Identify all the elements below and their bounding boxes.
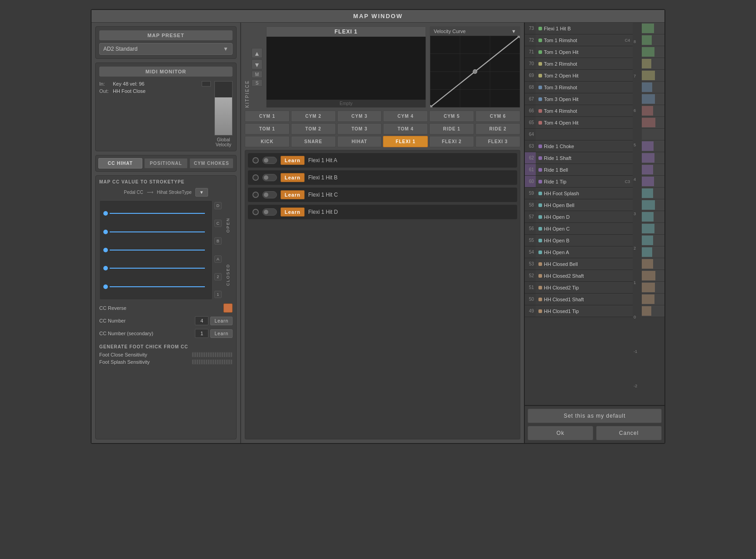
drum-btn-flexi1[interactable]: FLEXI 1: [383, 136, 428, 147]
note-row[interactable]: 53HH Closed Bell: [525, 258, 633, 270]
flexi-toggle-d[interactable]: [262, 208, 277, 216]
note-row[interactable]: 60Ride 1 TipC3: [525, 176, 633, 188]
note-name: HH Foot Splash: [536, 188, 633, 199]
vel-bar-fill: [642, 35, 652, 45]
ok-btn[interactable]: Ok: [528, 426, 593, 440]
note-row[interactable]: 61Ride 1 Bell: [525, 164, 633, 176]
cancel-btn[interactable]: Cancel: [596, 426, 662, 440]
drum-btn-cym2[interactable]: CYM 2: [291, 111, 336, 122]
drum-btn-hihat[interactable]: HIHAT: [337, 136, 382, 147]
velocity-curve-dropdown[interactable]: ▼: [511, 29, 516, 34]
slider-dot-c: [103, 230, 108, 234]
note-color-marker: [538, 239, 542, 242]
vel-bar: [642, 46, 664, 58]
foot-splash-bar[interactable]: [192, 359, 233, 365]
note-row[interactable]: 64: [525, 129, 633, 140]
drum-btn-tom4[interactable]: TOM 4: [383, 123, 428, 135]
note-number: 72: [525, 38, 536, 43]
cc-reverse-checkbox[interactable]: [223, 304, 233, 313]
flexi-learn-btn-d[interactable]: Learn: [281, 207, 305, 217]
oct-5: 5: [634, 143, 641, 147]
drum-btn-flexi3[interactable]: FLEXI 3: [475, 136, 520, 147]
note-row[interactable]: 51HH Closed2 Tip: [525, 282, 633, 294]
note-color-marker: [538, 180, 542, 183]
note-row[interactable]: 55HH Open B: [525, 235, 633, 246]
note-list[interactable]: 73Flexi 1 Hit B72Tom 1 RimshotC471Tom 1 …: [525, 23, 633, 405]
note-row[interactable]: 59HH Foot Splash: [525, 188, 633, 199]
drum-btn-kick[interactable]: KICK: [245, 136, 290, 147]
cc-secondary-learn-btn[interactable]: Learn: [210, 329, 233, 338]
closed-label: CLOSED: [226, 264, 230, 286]
cc-reverse-label: CC Reverse: [99, 305, 126, 311]
flexi-learn-btn-c[interactable]: Learn: [281, 190, 305, 199]
note-row[interactable]: 73Flexi 1 Hit B: [525, 23, 633, 34]
note-row[interactable]: 52HH Closed2 Shaft: [525, 270, 633, 282]
flexi-learn-btn-a[interactable]: Learn: [281, 156, 305, 165]
note-row[interactable]: 70Tom 2 Rimshot: [525, 58, 633, 70]
set-default-btn[interactable]: Set this as my default: [528, 409, 662, 423]
note-row[interactable]: 57HH Open D: [525, 211, 633, 223]
cc-dropdown[interactable]: ▼: [195, 188, 208, 197]
note-color-marker: [538, 227, 542, 231]
cc-number-secondary-row: CC Number (secondary) 1 Learn: [99, 329, 233, 338]
drum-btn-cym4[interactable]: CYM 4: [383, 111, 428, 122]
kitpiece-s-btn[interactable]: S: [252, 79, 262, 87]
drum-btn-flexi2[interactable]: FLEXI 2: [429, 136, 474, 147]
note-name: HH Open Bell: [536, 199, 633, 211]
drum-btn-cym3[interactable]: CYM 3: [337, 111, 382, 122]
drum-btn-cym5[interactable]: CYM 5: [429, 111, 474, 122]
tab-positional[interactable]: POSITIONAL: [144, 158, 188, 169]
flexi-toggle-b[interactable]: [262, 174, 277, 181]
kitpiece-m-btn[interactable]: M: [252, 71, 262, 78]
drum-btn-tom3[interactable]: TOM 3: [337, 123, 382, 135]
drum-btn-cym6[interactable]: CYM 6: [475, 111, 520, 122]
note-name: HH Closed2 Tip: [536, 282, 633, 293]
kitpiece-down-btn[interactable]: ▼: [252, 59, 262, 69]
drum-btn-ride2[interactable]: RIDE 2: [475, 123, 520, 135]
note-row[interactable]: 68Tom 3 Rimshot: [525, 82, 633, 93]
note-row[interactable]: 49HH Closed1 Tip: [525, 305, 633, 317]
drum-btn-cym1[interactable]: CYM 1: [245, 111, 290, 122]
note-row[interactable]: 71Tom 1 Open Hit: [525, 46, 633, 58]
drum-btn-ride1[interactable]: RIDE 1: [429, 123, 474, 135]
note-name: HH Open D: [536, 211, 633, 222]
note-row[interactable]: 58HH Open Bell: [525, 199, 633, 211]
flexi-radio-d[interactable]: [252, 209, 259, 215]
cc-number-secondary-value[interactable]: 1: [195, 329, 208, 338]
drum-btn-tom2[interactable]: TOM 2: [291, 123, 336, 135]
drum-btn-snare[interactable]: SNARE: [291, 136, 336, 147]
tab-cc-hihat[interactable]: CC HIHAT: [98, 158, 142, 169]
generate-section: GENERATE FOOT CHICK FROM CC Foot Close S…: [99, 344, 233, 365]
vel-bar: [642, 176, 664, 188]
foot-close-bar[interactable]: [192, 352, 233, 357]
note-name: HH Closed1 Shaft: [536, 294, 633, 305]
note-row[interactable]: 56HH Open C: [525, 223, 633, 235]
kitpiece-up-btn[interactable]: ▲: [252, 48, 262, 58]
note-row[interactable]: 63Ride 1 Choke: [525, 140, 633, 152]
flexi-toggle-a[interactable]: [262, 157, 277, 164]
note-row[interactable]: 54HH Open A: [525, 246, 633, 258]
note-name: [536, 129, 633, 140]
tab-cym-chokes[interactable]: CYM CHOKES: [189, 158, 233, 169]
oct-7: 7: [634, 74, 641, 78]
note-row[interactable]: 50HH Closed1 Shaft: [525, 294, 633, 305]
note-row[interactable]: 66Tom 4 Rimshot: [525, 105, 633, 117]
note-row[interactable]: 62Ride 1 Shaft: [525, 152, 633, 164]
note-row[interactable]: 65Tom 4 Open Hit: [525, 117, 633, 129]
oct-8: 8: [634, 39, 641, 44]
note-number: 67: [525, 96, 536, 101]
flexi-radio-c[interactable]: [252, 192, 259, 198]
note-row[interactable]: 69Tom 2 Open Hit: [525, 70, 633, 82]
note-row[interactable]: 67Tom 3 Open Hit: [525, 93, 633, 105]
flexi-toggle-c[interactable]: [262, 191, 277, 198]
cc-number-value[interactable]: 4: [195, 316, 208, 325]
note-row[interactable]: 72Tom 1 RimshotC4: [525, 34, 633, 46]
flexi-radio-a[interactable]: [252, 157, 259, 164]
vel-bar: [642, 23, 664, 34]
preset-dropdown[interactable]: AD2 Standard ▼: [99, 43, 233, 55]
flexi-radio-b[interactable]: [252, 174, 259, 181]
flexi-learn-btn-b[interactable]: Learn: [281, 173, 305, 182]
drum-btn-tom1[interactable]: TOM 1: [245, 123, 290, 135]
zone-tag-c: C: [214, 220, 222, 227]
cc-number-learn-btn[interactable]: Learn: [210, 317, 233, 325]
